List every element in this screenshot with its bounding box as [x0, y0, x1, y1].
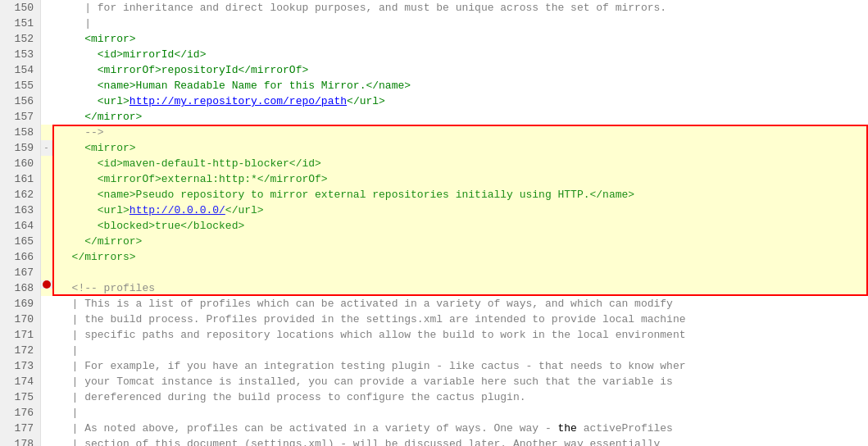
line-number: 165	[0, 234, 41, 249]
tag-text: <url>	[59, 204, 130, 216]
line-content: <id>maven-default-http-blocker</id>	[52, 156, 868, 171]
code-line: 178 | section of this document (settings…	[0, 436, 868, 446]
line-content: <url>http://my.repository.com/repo/path<…	[52, 93, 868, 109]
code-line: 174 | your Tomcat instance is installed,…	[0, 374, 868, 389]
line-content: <id>mirrorId</id>	[52, 47, 868, 62]
line-number: 170	[0, 312, 41, 327]
line-number: 164	[0, 218, 41, 234]
fold-indicator[interactable]: -	[43, 140, 48, 156]
line-content: -->	[52, 125, 868, 140]
line-content: <!-- profiles	[52, 280, 868, 296]
tag-text: <name>Pseudo repository to mirror extern…	[59, 189, 634, 201]
line-number: 172	[0, 343, 41, 358]
tag-text: </url>	[225, 204, 264, 216]
line-number: 155	[0, 78, 41, 93]
line-number: 169	[0, 296, 41, 312]
line-content: | section of this document (settings.xml…	[52, 436, 868, 446]
code-line: 164 <blocked>true</blocked>	[0, 218, 868, 234]
pipe-text: | As noted above, profiles can be activa…	[59, 422, 558, 435]
tag-text: <mirrorOf>repositoryId</mirrorOf>	[59, 64, 308, 76]
tag-text: <blocked>true</blocked>	[59, 220, 244, 232]
line-content: <mirrorOf>repositoryId</mirrorOf>	[52, 62, 868, 78]
pipe-text: |	[59, 407, 78, 419]
line-number: 167	[0, 265, 41, 280]
code-line: 163 <url>http://0.0.0.0/</url>	[0, 203, 868, 218]
line-content: </mirrors>	[52, 249, 868, 265]
code-line: 168 <!-- profiles	[0, 280, 868, 296]
tag-text: </mirror>	[59, 111, 142, 123]
comment-text: -->	[59, 126, 104, 139]
line-content: </mirror>	[52, 109, 868, 125]
tag-text: </mirror>	[59, 235, 142, 248]
url-text: http://0.0.0.0/	[130, 204, 225, 216]
tag-text: <name>Human Readable Name for this Mirro…	[59, 80, 411, 92]
line-content: |	[52, 16, 868, 31]
code-line: 160 <id>maven-default-http-blocker</id>	[0, 156, 868, 171]
code-line: 155 <name>Human Readable Name for this M…	[0, 78, 868, 93]
line-number: 166	[0, 249, 41, 265]
line-number: 175	[0, 389, 41, 405]
line-content: <name>Human Readable Name for this Mirro…	[52, 78, 868, 93]
line-gutter: -	[41, 140, 52, 156]
pipe-text: | the build process. Profiles provided i…	[59, 313, 686, 325]
line-content: | This is a list of profiles which can b…	[52, 296, 868, 312]
line-content: | For example, if you have an integratio…	[52, 358, 868, 374]
pipe-text: |	[59, 17, 91, 30]
line-number: 168	[0, 280, 41, 296]
code-line: 153 <id>mirrorId</id>	[0, 47, 868, 62]
line-content: | the build process. Profiles provided i…	[52, 312, 868, 327]
pipe-text: | For example, if you have an integratio…	[59, 360, 686, 372]
line-number: 177	[0, 421, 41, 436]
code-line: 176 |	[0, 405, 868, 421]
line-content: <mirrorOf>external:http:*</mirrorOf>	[52, 171, 868, 187]
line-content: | for inheritance and direct lookup purp…	[52, 0, 868, 16]
line-content: <mirror>	[52, 140, 868, 156]
line-content: <blocked>true</blocked>	[52, 218, 868, 234]
line-number: 171	[0, 327, 41, 343]
line-number: 163	[0, 203, 41, 218]
code-line: 172 |	[0, 343, 868, 358]
tag-text: <mirrorOf>external:http:*</mirrorOf>	[59, 173, 328, 185]
code-line: 169 | This is a list of profiles which c…	[0, 296, 868, 312]
line-number: 173	[0, 358, 41, 374]
code-line: 156 <url>http://my.repository.com/repo/p…	[0, 93, 868, 109]
line-number: 152	[0, 31, 41, 47]
comment-text: <!-- profiles	[59, 282, 155, 294]
pipe-text: |	[59, 344, 78, 357]
line-content: <url>http://0.0.0.0/</url>	[52, 203, 868, 218]
line-number: 157	[0, 109, 41, 125]
code-line: 154 <mirrorOf>repositoryId</mirrorOf>	[0, 62, 868, 78]
line-number: 174	[0, 374, 41, 389]
line-content: |	[52, 405, 868, 421]
pipe-text: activeProfiles	[577, 422, 673, 435]
code-line: 162 <name>Pseudo repository to mirror ex…	[0, 187, 868, 203]
code-lines: 150 | for inheritance and direct lookup …	[0, 0, 868, 446]
code-line: 152 <mirror>	[0, 31, 868, 47]
tag-text: </mirrors>	[59, 251, 136, 263]
code-line: 177 | As noted above, profiles can be ac…	[0, 421, 868, 436]
code-line: 167	[0, 265, 868, 280]
pipe-text: | for inheritance and direct lookup purp…	[59, 2, 666, 14]
pipe-text: | your Tomcat instance is installed, you…	[59, 375, 673, 388]
code-line: 171 | specific paths and repository loca…	[0, 327, 868, 343]
pipe-text: | This is a list of profiles which can b…	[59, 298, 673, 310]
code-line: 173 | For example, if you have an integr…	[0, 358, 868, 374]
code-editor: 150 | for inheritance and direct lookup …	[0, 0, 868, 446]
code-line: 175 | dereferenced during the build proc…	[0, 389, 868, 405]
tag-text: <url>	[59, 95, 130, 107]
line-number: 150	[0, 0, 41, 16]
tag-text: <mirror>	[59, 33, 136, 45]
line-content: | specific paths and repository location…	[52, 327, 868, 343]
pipe-text: | section of this document (settings.xml…	[59, 438, 660, 446]
tag-text: <id>mirrorId</id>	[59, 48, 206, 61]
line-number: 160	[0, 156, 41, 171]
line-number: 161	[0, 171, 41, 187]
code-line: 158 -->	[0, 125, 868, 140]
line-number: 154	[0, 62, 41, 78]
code-line: 166 </mirrors>	[0, 249, 868, 265]
url-text: http://my.repository.com/repo/path	[130, 95, 347, 107]
line-number: 159	[0, 140, 41, 156]
text-text: the	[558, 422, 577, 435]
code-line: 151 |	[0, 16, 868, 31]
line-content: |	[52, 343, 868, 358]
